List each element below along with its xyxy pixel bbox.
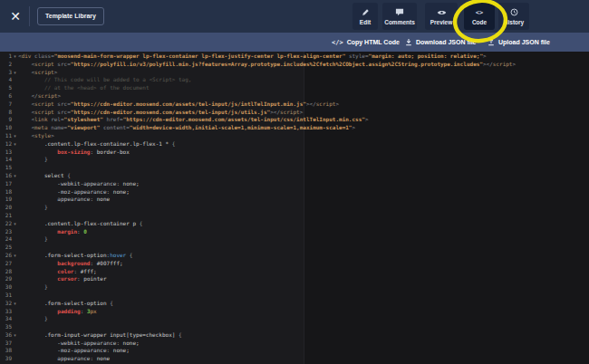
tab-label: Comments <box>384 19 415 25</box>
code-line[interactable]: 25 <box>0 244 589 252</box>
fold-arrow-icon[interactable]: ▾ <box>12 69 18 77</box>
line-number: 35 <box>0 323 12 331</box>
code-text: appearance: none <box>18 355 110 363</box>
code-line[interactable]: 3▾ <script> <box>0 69 589 77</box>
code-line[interactable]: 33 padding: 3px <box>0 308 589 316</box>
code-line[interactable]: 18 -moz-appearance: none; <box>0 188 589 196</box>
code-text: background: #007fff; <box>18 260 123 268</box>
fold-spacer <box>12 76 18 84</box>
code-line[interactable]: 6 </script> <box>0 92 589 101</box>
tab-code[interactable]: <> Code <box>464 3 495 30</box>
line-number: 28 <box>0 268 12 276</box>
code-text: } <box>18 315 48 323</box>
code-line[interactable]: 34 } <box>0 315 589 323</box>
code-line[interactable]: 28 color: #fff; <box>0 268 589 276</box>
code-line[interactable]: 39 appearance: none <box>0 355 589 363</box>
code-line[interactable]: 38 -moz-appearance: none; <box>0 347 589 355</box>
code-line[interactable]: 26▾ .form-select-option:hover { <box>0 252 589 260</box>
template-library-button[interactable]: Template Library <box>37 7 104 25</box>
code-line[interactable]: 7 <script src="https://cdn-editor.moosen… <box>0 101 589 109</box>
code-line[interactable]: 5 // at the <head> of the document <box>0 84 589 92</box>
code-line[interactable]: 35 <box>0 323 589 331</box>
code-text: .content.lp-flex-container p { <box>18 220 142 228</box>
code-icon: </> <box>332 39 343 46</box>
top-toolbar: ✕ Template Library Edit Comments Preview… <box>0 0 589 33</box>
code-text: -moz-appearance: none; <box>18 188 130 196</box>
code-action-bar: </> Copy HTML Code Download JSON file Up… <box>0 33 589 52</box>
code-line[interactable]: 31 <box>0 292 589 300</box>
code-text: // This code will be added to a <Script>… <box>18 76 191 84</box>
code-line[interactable]: 20 } <box>0 204 589 212</box>
code-line[interactable]: 14 } <box>0 156 589 164</box>
fold-arrow-icon[interactable]: ▾ <box>12 300 18 308</box>
code-line[interactable]: 11▾ <style> <box>0 132 589 140</box>
code-text: .content.lp-flex-container.lp-flex-1 * { <box>18 140 175 148</box>
fold-spacer <box>12 109 18 117</box>
code-line[interactable]: 1▾<div class="moosend-main-form-wrapper … <box>0 53 589 61</box>
code-line[interactable]: 8 <script src="https://cdn-editor.moosen… <box>0 109 589 117</box>
code-line[interactable]: 12▾ .content.lp-flex-container.lp-flex-1… <box>0 140 589 148</box>
line-number: 39 <box>0 355 12 363</box>
close-icon[interactable]: ✕ <box>5 7 25 25</box>
fold-arrow-icon[interactable]: ▾ <box>12 140 18 148</box>
tab-preview[interactable]: Preview <box>425 3 458 30</box>
code-text: } <box>18 204 48 212</box>
code-line[interactable]: 23 margin: 0 <box>0 228 589 236</box>
fold-spacer <box>12 156 18 164</box>
code-line[interactable]: 29 cursor: pointer <box>0 275 589 283</box>
fold-arrow-icon[interactable]: ▾ <box>12 331 18 340</box>
code-line[interactable]: 10 <meta name="viewport" content="width=… <box>0 124 589 132</box>
code-line[interactable]: 21 <box>0 212 589 220</box>
code-line[interactable]: 17 -webkit-appearance: none; <box>0 180 589 188</box>
code-line[interactable]: 24 } <box>0 235 589 244</box>
line-number: 16 <box>0 172 12 180</box>
code-line[interactable]: 22▾ .content.lp-flex-container p { <box>0 220 589 228</box>
code-line[interactable]: 9 <link rel="stylesheet" href="https://c… <box>0 116 589 124</box>
code-line[interactable]: 4 // This code will be added to a <Scrip… <box>0 76 589 84</box>
fold-spacer <box>12 148 18 157</box>
fold-arrow-icon[interactable]: ▾ <box>12 220 18 228</box>
fold-spacer <box>12 116 18 124</box>
line-number: 18 <box>0 188 12 196</box>
tab-label: History <box>504 19 524 25</box>
fold-spacer <box>12 355 18 363</box>
code-line[interactable]: 19 appearance: none <box>0 196 589 204</box>
code-line[interactable]: 2 <script src="https://polyfill.io/v3/po… <box>0 61 589 69</box>
line-number: 24 <box>0 235 12 244</box>
code-line[interactable]: 15 <box>0 164 589 172</box>
line-number: 12 <box>0 140 12 148</box>
download-json-button[interactable]: Download JSON file <box>405 33 477 52</box>
tab-history[interactable]: History <box>498 3 529 30</box>
line-number: 5 <box>0 84 12 92</box>
fold-arrow-icon[interactable]: ▾ <box>12 252 18 260</box>
fold-spacer <box>12 61 18 69</box>
line-number: 22 <box>0 220 12 228</box>
code-line[interactable]: 16▾ select { <box>0 172 589 180</box>
fold-arrow-icon[interactable]: ▾ <box>12 132 18 140</box>
line-number: 7 <box>0 101 12 109</box>
line-number: 25 <box>0 244 12 252</box>
code-line[interactable]: 30 } <box>0 283 589 292</box>
copy-html-code-button[interactable]: </> Copy HTML Code <box>332 33 400 52</box>
code-text: <div class="moosend-main-form-wrapper lp… <box>18 53 487 61</box>
fold-spacer <box>12 292 18 300</box>
code-line[interactable]: 27 background: #007fff; <box>0 260 589 268</box>
tab-label: Preview <box>430 19 453 25</box>
code-line[interactable]: 13 box-sizing: border-box <box>0 148 589 157</box>
line-number: 34 <box>0 315 12 323</box>
fold-arrow-icon[interactable]: ▾ <box>12 53 18 61</box>
pencil-icon <box>362 8 370 17</box>
fold-spacer <box>12 275 18 283</box>
line-number: 36 <box>0 331 12 340</box>
tab-comments[interactable]: Comments <box>382 3 417 30</box>
code-line[interactable]: 32▾ .form-select-option { <box>0 300 589 308</box>
fold-arrow-icon[interactable]: ▾ <box>12 172 18 180</box>
tab-edit[interactable]: Edit <box>352 3 378 30</box>
code-line[interactable]: 36▾ .form-input-wrapper input[type=check… <box>0 331 589 340</box>
fold-spacer <box>12 323 18 331</box>
code-line[interactable]: 37 -webkit-appearance: none; <box>0 340 589 348</box>
code-editor[interactable]: 1▾<div class="moosend-main-form-wrapper … <box>0 52 589 364</box>
upload-json-button[interactable]: Upload JSON file <box>488 33 550 52</box>
fold-spacer <box>12 315 18 323</box>
line-number: 13 <box>0 148 12 157</box>
